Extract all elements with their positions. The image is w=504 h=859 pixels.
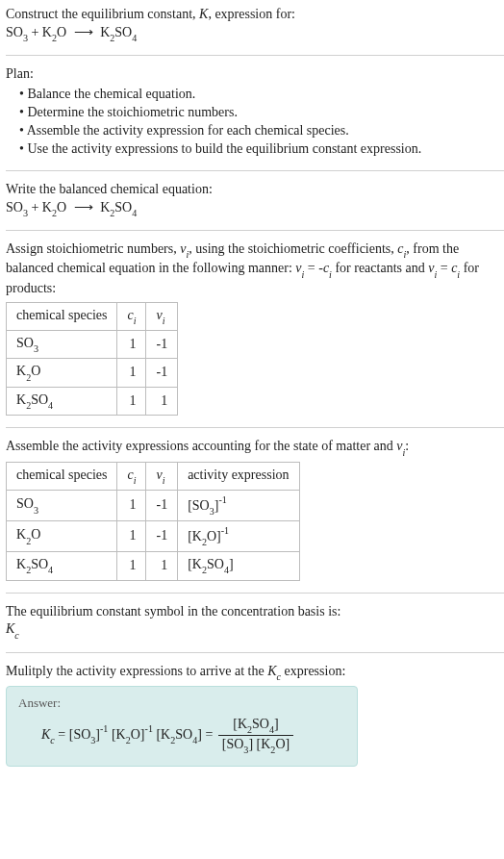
divider	[6, 55, 504, 56]
cell-activity: [SO3]-1	[178, 491, 299, 521]
plan-item: Use the activity expressions to build th…	[19, 140, 504, 159]
plan-block: Plan: Balance the chemical equation. Det…	[6, 65, 504, 158]
intro-text: Construct the equilibrium constant, K, e…	[6, 6, 504, 24]
table-row: K2SO4 1 1	[7, 387, 178, 415]
table-header-row: chemical species ci νi activity expressi…	[7, 462, 300, 490]
cell-vi: -1	[146, 359, 178, 387]
table-row: K2O 1 -1	[7, 359, 178, 387]
cell-species: K2O	[7, 359, 117, 387]
plan-item: Determine the stoichiometric numbers.	[19, 104, 504, 122]
cell-ci: 1	[117, 387, 146, 415]
col-species: chemical species	[7, 302, 117, 330]
intro-equation: SO3 + K2O ⟶ K2SO4	[6, 24, 504, 43]
col-ci: ci	[117, 302, 146, 330]
divider	[6, 427, 504, 428]
cell-vi: -1	[146, 331, 178, 359]
balanced-block: Write the balanced chemical equation: SO…	[6, 181, 504, 218]
balanced-title: Write the balanced chemical equation:	[6, 181, 504, 199]
multiply-block: Mulitply the activity expressions to arr…	[6, 663, 504, 767]
table-header-row: chemical species ci νi	[7, 302, 178, 330]
cell-species: SO3	[7, 491, 117, 521]
activities-table: chemical species ci νi activity expressi…	[6, 462, 300, 581]
cell-vi: 1	[146, 387, 178, 415]
table-row: SO3 1 -1	[7, 331, 178, 359]
kc-symbol-block: The equilibrium constant symbol in the c…	[6, 603, 504, 641]
cell-ci: 1	[117, 521, 146, 552]
table-row: K2O 1 -1 [K2O]-1	[7, 521, 300, 552]
intro-block: Construct the equilibrium constant, K, e…	[6, 6, 504, 43]
cell-ci: 1	[117, 552, 146, 580]
table-row: K2SO4 1 1 [K2SO4]	[7, 552, 300, 580]
stoich-text: Assign stoichiometric numbers, νi, using…	[6, 240, 504, 298]
cell-vi: 1	[146, 552, 178, 580]
col-activity: activity expression	[178, 462, 299, 490]
cell-vi: -1	[146, 491, 178, 521]
cell-species: K2SO4	[7, 387, 117, 415]
activities-title: Assemble the activity expressions accoun…	[6, 438, 504, 457]
activities-block: Assemble the activity expressions accoun…	[6, 438, 504, 580]
answer-label: Answer:	[18, 695, 345, 712]
plan-title: Plan:	[6, 65, 504, 84]
kc-symbol-text: The equilibrium constant symbol in the c…	[6, 603, 504, 621]
cell-activity: [K2SO4]	[178, 552, 299, 580]
kc-symbol: Kc	[6, 620, 504, 640]
cell-ci: 1	[117, 331, 146, 359]
divider	[6, 230, 504, 231]
plan-item: Assemble the activity expression for eac…	[19, 122, 504, 140]
cell-species: K2O	[7, 521, 117, 552]
col-vi: νi	[146, 302, 178, 330]
answer-expression: Kc = [SO3]-1 [K2O]-1 [K2SO4] = [K2SO4] […	[18, 716, 345, 756]
divider	[6, 593, 504, 594]
answer-box: Answer: Kc = [SO3]-1 [K2O]-1 [K2SO4] = […	[6, 686, 358, 766]
balanced-equation: SO3 + K2O ⟶ K2SO4	[6, 199, 504, 218]
cell-vi: -1	[146, 521, 178, 552]
plan-item: Balance the chemical equation.	[19, 86, 504, 104]
col-species: chemical species	[7, 462, 117, 490]
cell-species: K2SO4	[7, 552, 117, 580]
col-ci: ci	[117, 462, 146, 490]
cell-ci: 1	[117, 359, 146, 387]
divider	[6, 652, 504, 653]
cell-species: SO3	[7, 331, 117, 359]
table-row: SO3 1 -1 [SO3]-1	[7, 491, 300, 521]
stoich-block: Assign stoichiometric numbers, νi, using…	[6, 240, 504, 416]
plan-list: Balance the chemical equation. Determine…	[6, 86, 504, 159]
stoich-table: chemical species ci νi SO3 1 -1 K2O 1 -1…	[6, 302, 178, 417]
cell-ci: 1	[117, 491, 146, 521]
multiply-text: Mulitply the activity expressions to arr…	[6, 663, 504, 682]
col-vi: νi	[146, 462, 178, 490]
divider	[6, 170, 504, 171]
cell-activity: [K2O]-1	[178, 521, 299, 552]
